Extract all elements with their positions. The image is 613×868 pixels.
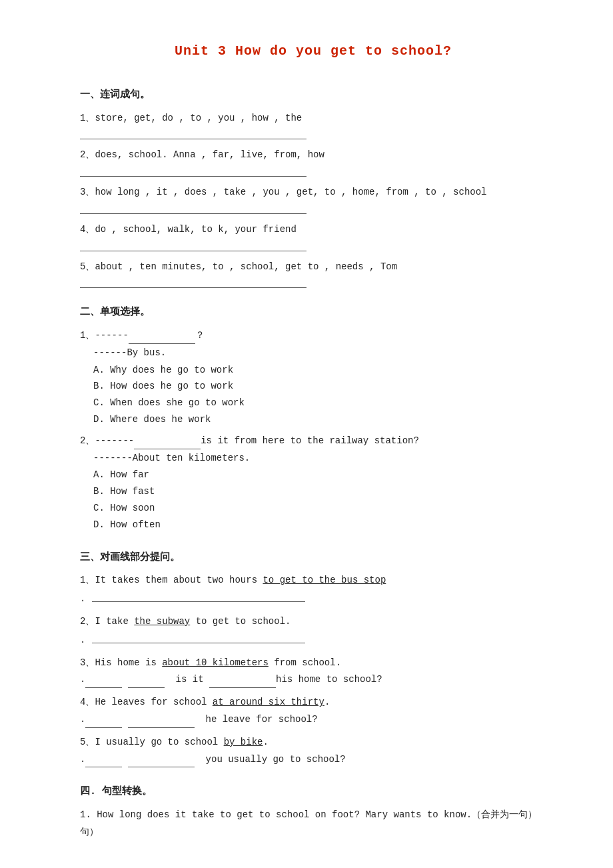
q4-num: 4、 bbox=[80, 224, 95, 235]
section3-heading: 三、对画线部分提问。 bbox=[80, 549, 546, 567]
s2-q2-prompt: 2、-------is it from here to the railway … bbox=[80, 433, 546, 449]
section3: 三、对画线部分提问。 1、It takes them about two hou… bbox=[80, 549, 546, 768]
section1-q1-text: 1、store, get, do , to , you , how , the bbox=[80, 111, 546, 127]
section1-q3-text: 3、how long , it , does , take , you , ge… bbox=[80, 185, 546, 201]
section3-q3: 3、His home is about 10 kilometers from s… bbox=[80, 655, 546, 689]
s2-q2-optC: C. How soon bbox=[93, 501, 546, 517]
s3-q5-text: 5、I usually go to school by bike. bbox=[80, 735, 546, 751]
q2-answer-line bbox=[80, 165, 306, 177]
section3-q5: 5、I usually go to school by bike. . you … bbox=[80, 735, 546, 768]
section1-q2-text: 2、does, school. Anna , far, live, from, … bbox=[80, 147, 546, 163]
s3-q3-underlined: about 10 kilometers bbox=[162, 657, 269, 668]
section4: 四. 句型转换。 1. How long does it take to get… bbox=[80, 783, 546, 840]
section1-q3: 3、how long , it , does , take , you , ge… bbox=[80, 185, 546, 214]
section1-heading: 一、连词成句。 bbox=[80, 87, 546, 104]
s3-q3-answer: . is it his home to school? bbox=[80, 672, 546, 688]
s2-q2-blank bbox=[134, 439, 201, 449]
s3-q1-answer bbox=[92, 590, 305, 602]
s3-q2-answer bbox=[92, 631, 305, 643]
q1-words: store, get, do , to , you , how , the bbox=[95, 113, 302, 123]
q1-answer-line bbox=[80, 127, 306, 139]
s3-q2-text: 2、I take the subway to get to school. bbox=[80, 614, 546, 630]
q3-answer-line bbox=[80, 202, 306, 214]
section3-q2: 2、I take the subway to get to school. . bbox=[80, 614, 546, 649]
s3-q3-text: 3、His home is about 10 kilometers from s… bbox=[80, 655, 546, 671]
section4-q1: 1. How long does it take to get to schoo… bbox=[80, 807, 546, 841]
s3-q4-answer: . he leave for school? bbox=[80, 712, 546, 728]
s3-q4-underlined: at around six thirty bbox=[213, 697, 324, 707]
s2-q1-blank bbox=[129, 333, 195, 344]
s3-q3-blank2 bbox=[128, 677, 165, 688]
section2-heading: 二、单项选择。 bbox=[80, 304, 546, 321]
s2-q1-optA: A. Why does he go to work bbox=[93, 363, 546, 379]
s3-q1-dot: . bbox=[80, 591, 85, 607]
q5-num: 5、 bbox=[80, 261, 95, 272]
q2-num: 2、 bbox=[80, 149, 95, 160]
section3-q4: 4、He leaves for school at around six thi… bbox=[80, 695, 546, 728]
q3-words: how long , it , does , take , you , get,… bbox=[95, 187, 486, 197]
s3-q4-text: 4、He leaves for school at around six thi… bbox=[80, 695, 546, 711]
section2: 二、单项选择。 1、------？ ------By bus. A. Why d… bbox=[80, 304, 546, 533]
section1-q5: 5、about , ten minutes, to , school, get … bbox=[80, 259, 546, 289]
s3-q4-blank1 bbox=[85, 717, 122, 728]
s3-q1-text: 1、It takes them about two hours to get t… bbox=[80, 573, 546, 589]
s2-q1-optD: D. Where does he work bbox=[93, 412, 546, 428]
section4-heading: 四. 句型转换。 bbox=[80, 783, 546, 801]
s2-q2-optB: B. How fast bbox=[93, 484, 546, 500]
s3-q5-blank2 bbox=[128, 757, 195, 767]
q4-words: do , school, walk, to k, your friend bbox=[95, 224, 296, 235]
section1-q4: 4、do , school, walk, to k, your friend bbox=[80, 222, 546, 251]
s3-q2-dot: . bbox=[80, 633, 85, 649]
q1-num: 1、 bbox=[80, 113, 95, 123]
section3-q1: 1、It takes them about two hours to get t… bbox=[80, 573, 546, 607]
s3-q5-underlined: by bike bbox=[224, 737, 263, 747]
section1-q2: 2、does, school. Anna , far, live, from, … bbox=[80, 147, 546, 177]
s3-q4-blank2 bbox=[128, 717, 195, 728]
section1-q5-text: 5、about , ten minutes, to , school, get … bbox=[80, 259, 546, 275]
section1-q4-text: 4、do , school, walk, to k, your friend bbox=[80, 222, 546, 238]
s2-q2-optD: D. How often bbox=[93, 517, 546, 533]
q2-words: does, school. Anna , far, live, from, ho… bbox=[95, 149, 324, 160]
s3-q1-underlined: to get to the bus stop bbox=[263, 575, 386, 585]
s3-q3-blank1 bbox=[85, 677, 122, 688]
q4-answer-line bbox=[80, 239, 306, 251]
s2-q2-response: -------About ten kilometers. bbox=[93, 451, 546, 467]
s3-q3-blank3 bbox=[209, 677, 276, 688]
s2-q1-response: ------By bus. bbox=[93, 345, 546, 361]
s2-q1-prompt: 1、------？ bbox=[80, 328, 546, 344]
section1-q1: 1、store, get, do , to , you , how , the bbox=[80, 111, 546, 140]
section2-q2: 2、-------is it from here to the railway … bbox=[80, 433, 546, 533]
s4-q1-text: 1. How long does it take to get to schoo… bbox=[80, 807, 546, 823]
q5-words: about , ten minutes, to , school, get to… bbox=[95, 261, 397, 272]
s2-q2-optA: A. How far bbox=[93, 467, 546, 483]
s3-q5-answer: . you usually go to school? bbox=[80, 752, 546, 768]
section2-q1: 1、------？ ------By bus. A. Why does he g… bbox=[80, 328, 546, 428]
s3-q5-blank1 bbox=[85, 757, 122, 767]
s3-q2-underlined: the subway bbox=[134, 616, 190, 627]
page-title: Unit 3 How do you get to school? bbox=[80, 40, 546, 63]
section1: 一、连词成句。 1、store, get, do , to , you , ho… bbox=[80, 87, 546, 288]
s2-q1-optC: C. When does she go to work bbox=[93, 395, 546, 411]
s2-q1-optB: B. How does he go to work bbox=[93, 379, 546, 395]
q5-answer-line bbox=[80, 276, 306, 288]
s4-q1-text2: 句） bbox=[80, 825, 546, 841]
q3-num: 3、 bbox=[80, 187, 95, 197]
